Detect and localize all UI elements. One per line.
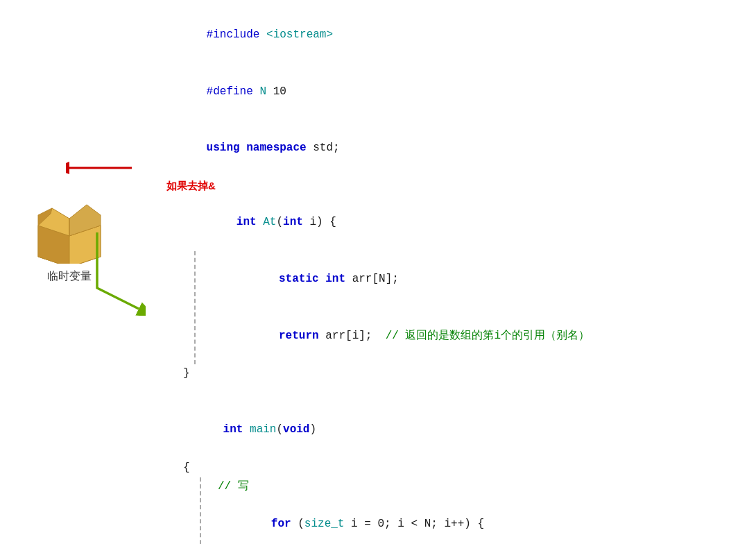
code-line-return-arr: return arr[i]; // 返回的是数组的第i个的引用（别名） xyxy=(212,307,742,364)
preprocessor-include: #include xyxy=(207,28,260,41)
code-line-close-at: } xyxy=(183,364,742,383)
red-arrow-icon xyxy=(66,154,135,182)
annotation-remove-ampersand: 如果去掉& xyxy=(166,177,742,195)
code-line-include: #include <iostream> xyxy=(166,7,742,64)
code-line-at-func: int At(int i) { xyxy=(183,194,742,251)
box-label: 临时变量 xyxy=(47,269,92,284)
code-line-using: using namespace std; xyxy=(166,120,742,177)
code-line-for-write: for (size_t i = 0; i < N; i++) { xyxy=(218,496,742,544)
main-container: 临时变量 #include <iostream> #define N 10 us… xyxy=(0,0,756,544)
code-line-main-open: { xyxy=(183,459,742,477)
code-line-static-arr: static int arr[N]; xyxy=(212,251,742,308)
left-panel: 临时变量 xyxy=(0,0,139,544)
code-area: #include <iostream> #define N 10 using n… xyxy=(139,0,756,544)
green-arrow-icon xyxy=(90,232,146,316)
code-line-define: #define N 10 xyxy=(166,64,742,121)
code-line-main: int main(void) xyxy=(183,402,742,459)
code-comment-write: // 写 xyxy=(218,477,742,496)
